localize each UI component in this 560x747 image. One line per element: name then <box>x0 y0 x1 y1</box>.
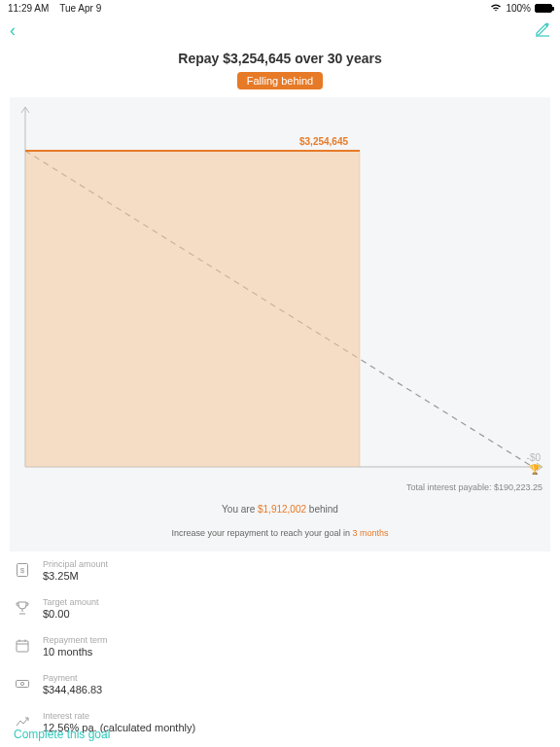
battery-percent: 100% <box>506 3 531 14</box>
detail-label: Target amount <box>43 597 99 607</box>
details-list: $ Principal amount $3.25M Target amount … <box>0 551 560 747</box>
battery-icon <box>535 4 552 13</box>
detail-principal[interactable]: $ Principal amount $3.25M <box>14 551 546 589</box>
page-title: Repay $3,254,645 over 30 years <box>0 51 560 66</box>
svg-rect-4 <box>25 151 360 467</box>
balance-chart: $3,254,645 -$0 🏆 <box>18 107 542 477</box>
status-right: 100% <box>490 3 552 14</box>
nav-row: ‹ <box>0 17 560 41</box>
svg-text:$: $ <box>20 566 25 575</box>
back-button[interactable]: ‹ <box>10 20 16 41</box>
detail-payment[interactable]: Payment $344,486.83 <box>14 665 546 703</box>
status-badge: Falling behind <box>237 72 324 89</box>
detail-label: Repayment term <box>43 635 108 645</box>
status-bar: 11:29 AM Tue Apr 9 100% <box>0 0 560 17</box>
svg-point-14 <box>20 682 23 685</box>
edit-button[interactable] <box>535 21 550 40</box>
trophy-outline-icon <box>14 599 31 617</box>
cash-icon <box>14 675 31 693</box>
detail-label: Interest rate <box>43 711 195 721</box>
detail-term[interactable]: Repayment term 10 months <box>14 627 546 665</box>
total-interest-text: Total interest payable: $190,223.25 <box>18 482 542 492</box>
detail-label: Payment <box>43 673 102 683</box>
detail-value: $3.25M <box>43 570 108 582</box>
status-time: 11:29 AM <box>8 3 49 14</box>
current-balance-label: $3,254,645 <box>299 136 348 147</box>
wifi-icon <box>490 3 502 14</box>
detail-value: $344,486.83 <box>43 684 102 695</box>
detail-value: 10 months <box>43 646 108 658</box>
status-left: 11:29 AM Tue Apr 9 <box>8 3 101 14</box>
complete-goal-link[interactable]: Complete this goal <box>14 728 110 741</box>
chart-card: $3,254,645 -$0 🏆 Total interest payable:… <box>10 97 550 551</box>
trophy-icon: 🏆 <box>529 464 541 475</box>
increase-tip-text: Increase your repayment to reach your go… <box>18 528 542 538</box>
svg-rect-9 <box>17 641 28 652</box>
status-date: Tue Apr 9 <box>59 3 101 14</box>
behind-text: You are $1,912,002 behind <box>18 504 542 515</box>
end-balance-label: -$0 <box>527 452 541 463</box>
svg-rect-13 <box>17 681 29 688</box>
calendar-icon <box>14 637 31 655</box>
dollar-doc-icon: $ <box>14 561 31 579</box>
detail-value: $0.00 <box>43 608 99 620</box>
detail-account[interactable]: Linked bank account my credit card 1 ($3… <box>14 741 546 747</box>
detail-label: Principal amount <box>43 559 108 569</box>
detail-target[interactable]: Target amount $0.00 <box>14 589 546 627</box>
